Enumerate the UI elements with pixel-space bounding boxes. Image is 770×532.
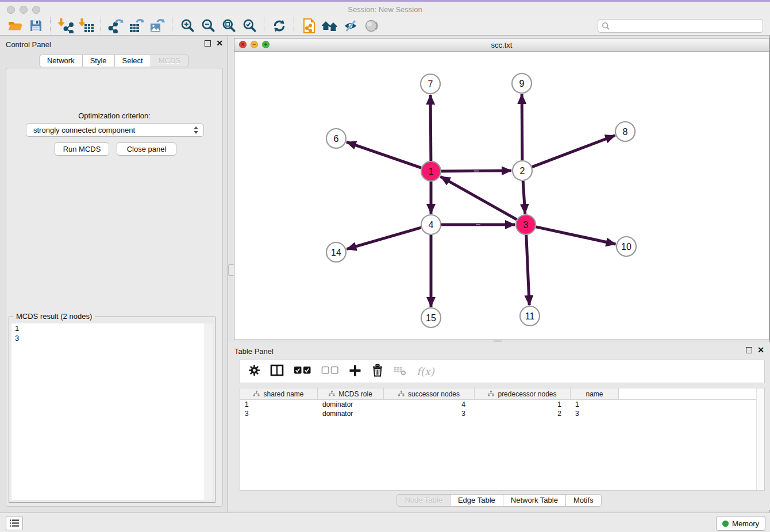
mcds-result-box: MCDS result (2 nodes) 13 <box>9 317 215 503</box>
export-image-icon[interactable] <box>147 17 168 34</box>
graph-edge-1-7[interactable] <box>430 95 431 161</box>
graph-edge-1-6[interactable] <box>346 142 421 168</box>
graph-edge-4-14[interactable] <box>346 228 421 249</box>
graph-node-label: 9 <box>519 79 525 88</box>
graph-node-label: 11 <box>525 311 535 321</box>
mcds-panel: Optimization criterion: strongly connect… <box>6 68 223 507</box>
search-input[interactable] <box>598 19 763 33</box>
column-header-MCDS-role[interactable]: MCDS role <box>318 388 384 399</box>
graph-node-label: 1 <box>429 167 434 176</box>
column-type-icon <box>398 390 405 398</box>
memory-button[interactable]: Memory <box>716 516 765 531</box>
hide-eye-icon[interactable] <box>340 17 361 34</box>
network-window-titlebar[interactable]: × − + scc.txt <box>234 38 769 52</box>
table-panel-tabs: Node TableEdge TableNetwork TableMotifs <box>228 494 770 507</box>
column-visibility-icon[interactable] <box>270 364 284 379</box>
graph-node-label: 4 <box>429 220 434 230</box>
import-table-icon[interactable] <box>76 17 97 34</box>
deselect-all-checks-icon[interactable] <box>321 366 339 377</box>
column-type-icon <box>488 390 494 398</box>
float-table-panel-icon[interactable] <box>746 347 752 353</box>
graph-edge-2-3[interactable] <box>523 181 525 214</box>
graph-node-label: 10 <box>621 242 632 252</box>
tab-style[interactable]: Style <box>82 55 115 67</box>
graph-edge-3-10[interactable] <box>536 227 616 244</box>
save-session-icon[interactable] <box>25 17 46 34</box>
column-type-icon <box>329 390 335 398</box>
close-panel-button[interactable]: Close panel <box>117 142 176 156</box>
mcds-result-list[interactable]: 13 <box>11 323 205 500</box>
graph-node-label: 6 <box>334 134 339 144</box>
zoom-in-icon[interactable] <box>177 17 198 34</box>
zoom-out-icon[interactable] <box>198 17 218 34</box>
birdseye-view-icon[interactable] <box>361 17 382 34</box>
table-toolbar: f(x) <box>240 360 765 383</box>
node-table: shared nameMCDS rolesuccessor nodesprede… <box>240 388 765 491</box>
table-panel: Table Panel ✕ <box>228 342 770 510</box>
float-panel-icon[interactable] <box>205 40 211 47</box>
memory-status-icon <box>722 521 729 527</box>
graph-node-label: 2 <box>520 166 525 176</box>
result-line: 3 <box>11 333 205 343</box>
tab-network-table[interactable]: Network Table <box>503 494 566 507</box>
import-network-icon[interactable] <box>55 17 76 34</box>
column-header-shared-name[interactable]: shared name <box>240 388 318 399</box>
delete-trash-icon[interactable] <box>371 364 384 380</box>
open-file-icon[interactable] <box>5 17 25 34</box>
application-window: Session: New Session <box>0 0 770 532</box>
zoom-fit-icon[interactable] <box>218 17 239 34</box>
column-header-name[interactable]: name <box>571 388 619 399</box>
close-table-panel-icon[interactable]: ✕ <box>757 346 764 353</box>
task-history-button[interactable] <box>6 516 23 530</box>
close-panel-icon[interactable]: ✕ <box>216 40 223 47</box>
control-panel: Control Panel ✕ NetworkStyleSelectMCDS O… <box>0 36 228 512</box>
graph-edge-2-8[interactable] <box>532 136 615 167</box>
tab-mcds[interactable]: MCDS <box>151 55 188 67</box>
toolbar-separator <box>264 17 265 34</box>
memory-label: Memory <box>732 519 759 528</box>
graph-edge-3-1[interactable] <box>441 176 517 219</box>
column-header-predecessor-nodes[interactable]: predecessor nodes <box>475 388 571 399</box>
function-fx-icon: f(x) <box>417 365 434 377</box>
optimization-criterion-label: Optimization criterion: <box>6 111 222 120</box>
tab-motifs[interactable]: Motifs <box>565 494 602 507</box>
graph-edge-2-9[interactable] <box>522 94 522 160</box>
network-window-title: scc.txt <box>234 41 769 49</box>
mcds-result-title: MCDS result (2 nodes) <box>13 312 95 321</box>
network-canvas[interactable]: 7968124314101511 <box>234 51 769 340</box>
settings-gear-icon[interactable] <box>248 364 260 379</box>
tab-edge-table[interactable]: Edge Table <box>450 494 503 507</box>
dropdown-stepper-icon <box>194 126 198 134</box>
refresh-layout-icon[interactable] <box>269 17 290 34</box>
result-scrollbar[interactable] <box>205 323 213 500</box>
table-row[interactable]: 3dominator323 <box>240 409 764 418</box>
search-field <box>598 19 763 33</box>
result-line: 1 <box>11 323 205 333</box>
graph-node-label: 3 <box>523 220 529 230</box>
add-column-plus-icon[interactable] <box>349 364 361 379</box>
toolbar-separator <box>172 17 173 34</box>
zoom-selected-icon[interactable] <box>239 17 260 34</box>
tab-select[interactable]: Select <box>114 55 151 67</box>
run-mcds-button[interactable]: Run MCDS <box>55 142 109 156</box>
main-toolbar <box>0 16 770 36</box>
table-scrollbar[interactable] <box>756 388 764 490</box>
toolbar-separator <box>294 17 295 34</box>
network-view-window: × − + scc.txt 7968124314101511 <box>234 38 769 340</box>
toolbar-separator <box>50 17 51 34</box>
tab-node-table[interactable]: Node Table <box>396 494 451 507</box>
column-type-icon <box>253 390 260 398</box>
horizontal-splitter-handle[interactable] <box>493 340 502 342</box>
tab-network[interactable]: Network <box>39 55 83 67</box>
criterion-dropdown[interactable]: strongly connected component <box>26 124 204 137</box>
clone-network-icon[interactable] <box>299 17 319 34</box>
graph-node-label: 7 <box>428 79 433 89</box>
graph-edge-3-11[interactable] <box>526 235 529 305</box>
node-table-rows: 1dominator4113dominator323 <box>240 400 764 418</box>
select-all-checks-icon[interactable] <box>294 366 311 377</box>
column-header-successor-nodes[interactable]: successor nodes <box>384 388 475 399</box>
table-row[interactable]: 1dominator411 <box>240 400 764 409</box>
export-network-icon[interactable] <box>106 17 126 34</box>
show-all-homes-icon[interactable] <box>319 17 340 34</box>
export-table-icon[interactable] <box>126 17 147 34</box>
